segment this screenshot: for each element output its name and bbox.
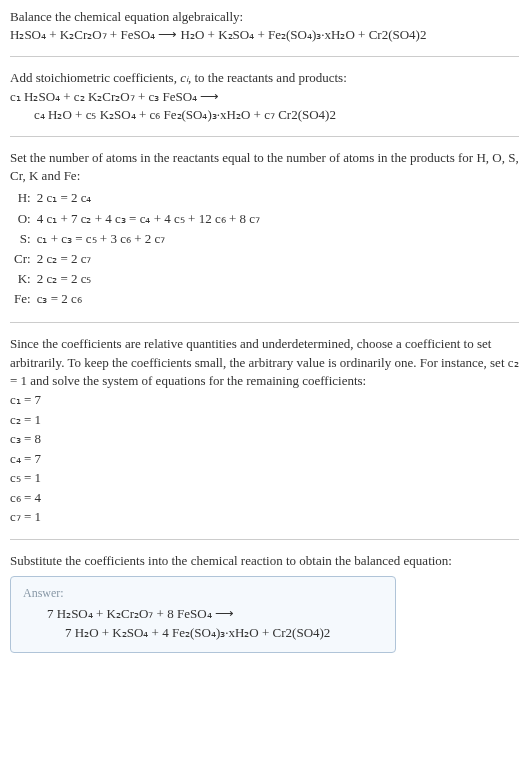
ci-variable: cᵢ — [180, 70, 188, 85]
element-equation: 2 c₂ = 2 c₇ — [33, 250, 264, 270]
atom-equations-table: H: 2 c₁ = 2 c₄ O: 4 c₁ + 7 c₂ + 4 c₃ = c… — [10, 189, 264, 310]
table-row: O: 4 c₁ + 7 c₂ + 4 c₃ = c₄ + 4 c₅ + 12 c… — [10, 210, 264, 230]
stoich-equation: c₁ H₂SO₄ + c₂ K₂Cr₂O₇ + c₃ FeSO₄ ⟶ c₄ H₂… — [10, 88, 519, 124]
final-paragraph: Substitute the coefficients into the che… — [10, 552, 519, 570]
solve-section: Since the coefficients are relative quan… — [10, 335, 519, 526]
element-equation: 2 c₂ = 2 c₅ — [33, 270, 264, 290]
coeff-value: c₆ = 4 — [10, 488, 519, 508]
eq-left: H₂SO₄ + K₂Cr₂O₇ + FeSO₄ — [10, 27, 155, 42]
table-row: K: 2 c₂ = 2 c₅ — [10, 270, 264, 290]
element-equation: 2 c₁ = 2 c₄ — [33, 189, 264, 209]
stoich-eq-line2: c₄ H₂O + c₅ K₂SO₄ + c₆ Fe₂(SO₄)₃·xH₂O + … — [34, 106, 519, 124]
balance-instruction: Balance the chemical equation algebraica… — [10, 8, 519, 26]
atoms-section: Set the number of atoms in the reactants… — [10, 149, 519, 311]
divider — [10, 539, 519, 540]
element-label: Cr: — [10, 250, 33, 270]
coeff-value: c₇ = 1 — [10, 507, 519, 527]
coeff-value: c₃ = 8 — [10, 429, 519, 449]
table-row: Cr: 2 c₂ = 2 c₇ — [10, 250, 264, 270]
balanced-eq-line2: 7 H₂O + K₂SO₄ + 4 Fe₂(SO₄)₃·xH₂O + Cr2(S… — [65, 624, 383, 642]
divider — [10, 322, 519, 323]
coeff-value: c₄ = 7 — [10, 449, 519, 469]
stoich-text-part1: Add stoichiometric coefficients, — [10, 70, 180, 85]
table-row: S: c₁ + c₃ = c₅ + 3 c₆ + 2 c₇ — [10, 230, 264, 250]
stoich-eq-line1: c₁ H₂SO₄ + c₂ K₂Cr₂O₇ + c₃ FeSO₄ ⟶ — [10, 88, 519, 106]
element-label: Fe: — [10, 290, 33, 310]
atoms-intro: Set the number of atoms in the reactants… — [10, 149, 519, 185]
unbalanced-equation: H₂SO₄ + K₂Cr₂O₇ + FeSO₄ ⟶ H₂O + K₂SO₄ + … — [10, 26, 519, 44]
answer-label: Answer: — [23, 585, 383, 602]
element-label: H: — [10, 189, 33, 209]
stoich-instruction: Add stoichiometric coefficients, cᵢ, to … — [10, 69, 519, 87]
element-label: S: — [10, 230, 33, 250]
divider — [10, 136, 519, 137]
stoich-text-part2: , to the reactants and products: — [188, 70, 347, 85]
balanced-equation: 7 H₂SO₄ + K₂Cr₂O₇ + 8 FeSO₄ ⟶ 7 H₂O + K₂… — [47, 605, 383, 641]
answer-box: Answer: 7 H₂SO₄ + K₂Cr₂O₇ + 8 FeSO₄ ⟶ 7 … — [10, 576, 396, 653]
coeff-value: c₂ = 1 — [10, 410, 519, 430]
table-row: H: 2 c₁ = 2 c₄ — [10, 189, 264, 209]
coefficient-list: c₁ = 7 c₂ = 1 c₃ = 8 c₄ = 7 c₅ = 1 c₆ = … — [10, 390, 519, 527]
element-label: K: — [10, 270, 33, 290]
final-section: Substitute the coefficients into the che… — [10, 552, 519, 653]
balanced-eq-line1: 7 H₂SO₄ + K₂Cr₂O₇ + 8 FeSO₄ ⟶ — [47, 605, 383, 623]
solve-paragraph: Since the coefficients are relative quan… — [10, 335, 519, 390]
coeff-value: c₁ = 7 — [10, 390, 519, 410]
arrow-icon: ⟶ — [158, 27, 177, 42]
stoich-section: Add stoichiometric coefficients, cᵢ, to … — [10, 69, 519, 124]
element-equation: c₁ + c₃ = c₅ + 3 c₆ + 2 c₇ — [33, 230, 264, 250]
element-equation: 4 c₁ + 7 c₂ + 4 c₃ = c₄ + 4 c₅ + 12 c₆ +… — [33, 210, 264, 230]
eq-right: H₂O + K₂SO₄ + Fe₂(SO₄)₃·xH₂O + Cr2(SO4)2 — [181, 27, 427, 42]
table-row: Fe: c₃ = 2 c₆ — [10, 290, 264, 310]
coeff-value: c₅ = 1 — [10, 468, 519, 488]
element-equation: c₃ = 2 c₆ — [33, 290, 264, 310]
element-label: O: — [10, 210, 33, 230]
intro-section: Balance the chemical equation algebraica… — [10, 8, 519, 44]
divider — [10, 56, 519, 57]
